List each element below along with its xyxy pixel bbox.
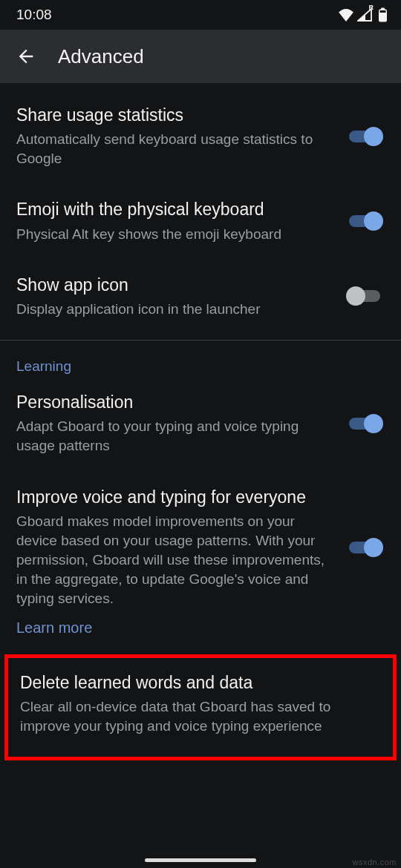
signal-icon: R bbox=[357, 8, 372, 22]
watermark: wsxdn.com bbox=[352, 858, 397, 867]
app-bar: Advanced bbox=[0, 30, 401, 83]
battery-icon bbox=[378, 7, 388, 22]
setting-subtitle: Adapt Gboard to your typing and voice ty… bbox=[16, 417, 334, 456]
setting-subtitle: Physical Alt key shows the emoji keyboar… bbox=[16, 225, 334, 244]
setting-improve-voice-typing[interactable]: Improve voice and typing for everyone Gb… bbox=[0, 471, 401, 617]
setting-delete-learned-words[interactable]: Delete learned words and data Clear all … bbox=[8, 658, 393, 739]
navigation-handle[interactable] bbox=[145, 858, 256, 862]
setting-title: Show app icon bbox=[16, 274, 334, 297]
toggle-show-app-icon[interactable] bbox=[346, 286, 383, 306]
status-icons: R bbox=[338, 7, 388, 22]
toggle-emoji-physical[interactable] bbox=[346, 211, 383, 231]
setting-title: Emoji with the physical keyboard bbox=[16, 198, 334, 221]
page-title: Advanced bbox=[58, 45, 144, 68]
setting-show-app-icon[interactable]: Show app icon Display application icon i… bbox=[0, 259, 401, 334]
setting-title: Personalisation bbox=[16, 391, 334, 414]
signal-label: R bbox=[369, 4, 374, 11]
setting-title: Share usage statistics bbox=[16, 104, 334, 127]
settings-list: Share usage statistics Automatically sen… bbox=[0, 83, 401, 760]
status-time: 10:08 bbox=[16, 7, 52, 23]
setting-personalisation[interactable]: Personalisation Adapt Gboard to your typ… bbox=[0, 382, 401, 470]
toggle-personalisation[interactable] bbox=[346, 413, 383, 434]
setting-subtitle: Gboard makes model improvements on your … bbox=[16, 512, 334, 609]
setting-subtitle: Automatically send keyboard usage statis… bbox=[16, 130, 334, 168]
toggle-improve-voice[interactable] bbox=[346, 537, 383, 558]
status-bar: 10:08 R bbox=[0, 0, 401, 30]
setting-share-usage-statistics[interactable]: Share usage statistics Automatically sen… bbox=[0, 89, 401, 183]
setting-subtitle: Clear all on-device data that Gboard has… bbox=[20, 697, 379, 736]
highlight-delete-learned: Delete learned words and data Clear all … bbox=[4, 654, 397, 760]
arrow-back-icon bbox=[16, 46, 36, 67]
svg-rect-1 bbox=[381, 8, 385, 10]
svg-rect-2 bbox=[380, 10, 386, 13]
setting-title: Delete learned words and data bbox=[20, 671, 379, 694]
wifi-icon bbox=[338, 8, 354, 22]
setting-title: Improve voice and typing for everyone bbox=[16, 486, 334, 509]
toggle-share-usage[interactable] bbox=[346, 126, 383, 147]
learn-more-link[interactable]: Learn more bbox=[0, 617, 401, 650]
back-button[interactable] bbox=[13, 44, 39, 69]
section-header-learning: Learning bbox=[0, 341, 401, 382]
setting-subtitle: Display application icon in the launcher bbox=[16, 300, 334, 319]
setting-emoji-physical-keyboard[interactable]: Emoji with the physical keyboard Physica… bbox=[0, 183, 401, 258]
